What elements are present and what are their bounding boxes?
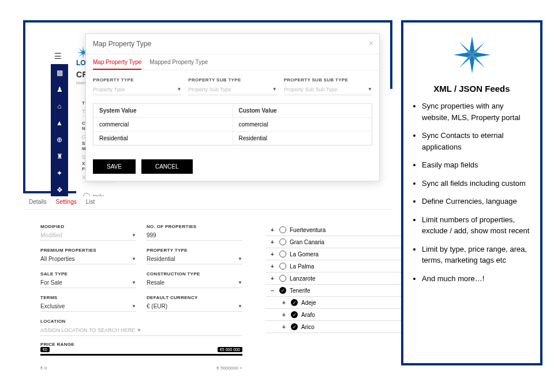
info-list-item: Sync properties with any website, MLS, P…: [422, 100, 532, 123]
unchecked-icon[interactable]: [279, 238, 286, 245]
ptype-label: PROPERTY TYPE: [147, 248, 242, 253]
sidebar-settings-icon[interactable]: ✦: [57, 169, 62, 177]
expand-icon[interactable]: +: [269, 263, 276, 270]
tree-label: Fuerteventura: [290, 227, 325, 233]
premium-select[interactable]: All Properties▼: [40, 254, 136, 264]
property-subsubtype-select[interactable]: Property Sub Sub Type▼: [284, 84, 372, 95]
info-list: Sync properties with any website, MLS, P…: [411, 100, 532, 284]
price-label: PRICE RANGE: [40, 342, 242, 347]
sidebar-user-icon[interactable]: ♟: [57, 85, 63, 94]
table-cell[interactable]: commercial: [233, 118, 372, 132]
tree-item[interactable]: –✓Tenerife: [265, 285, 401, 297]
tab-settings[interactable]: Settings: [56, 199, 77, 207]
sidebar-contact-icon[interactable]: ▲: [56, 119, 63, 127]
currency-label: DEFAULT CURRENCY: [147, 295, 242, 300]
svg-marker-3: [77, 52, 83, 53]
info-logo-icon: [449, 32, 495, 78]
tree-child-item[interactable]: +✓Adeje: [265, 297, 401, 309]
expand-icon[interactable]: +: [280, 324, 287, 330]
tree-label: Arico: [301, 324, 315, 330]
expand-icon[interactable]: +: [269, 251, 276, 257]
terms-select[interactable]: Exclusive▼: [40, 301, 136, 312]
tree-item[interactable]: +Fuerteventura: [265, 224, 401, 236]
hamburger-icon[interactable]: ☰: [54, 51, 62, 61]
expand-icon[interactable]: +: [280, 300, 287, 306]
table-cell[interactable]: Residential: [233, 132, 372, 145]
price-min-badge: €0: [40, 347, 50, 352]
currency-select[interactable]: € (EUR)▼: [147, 301, 242, 312]
save-button[interactable]: SAVE: [93, 159, 136, 174]
tab-details[interactable]: Details: [29, 199, 47, 207]
checked-icon[interactable]: ✓: [279, 287, 286, 294]
tree-item[interactable]: +La Gomera: [265, 248, 401, 260]
property-type-label: PROPERTY TYPE: [93, 77, 181, 83]
svg-marker-6: [78, 53, 83, 57]
info-list-item: Limit by type, price range, area, terms,…: [422, 244, 532, 266]
sidebar-globe-icon[interactable]: ⊕: [57, 136, 62, 144]
svg-marker-0: [83, 46, 84, 53]
tab-list[interactable]: List: [86, 199, 95, 207]
value-table: System Value Custom Value commercial com…: [93, 103, 372, 145]
info-list-item: Sync Contacts to eternal applications: [422, 130, 532, 152]
svg-marker-7: [78, 48, 83, 53]
tree-label: Tenerife: [290, 288, 310, 294]
info-list-item: And much more…!: [422, 273, 532, 285]
sidebar-home-icon[interactable]: ⌂: [57, 102, 61, 110]
price-slider[interactable]: €0 €5 000 000: [40, 349, 242, 361]
tree-label: Adeje: [301, 300, 316, 306]
checked-icon[interactable]: ✓: [291, 311, 298, 318]
terms-label: TERMS: [40, 295, 136, 300]
sidebar-dashboard-icon[interactable]: ▦: [57, 69, 63, 77]
tree-item[interactable]: +La Palma: [265, 260, 401, 272]
table-cell: Residential: [93, 132, 233, 145]
price-max-badge: €5 000 000: [218, 347, 242, 352]
sidebar-tag-icon[interactable]: ❖: [57, 186, 63, 194]
info-list-item: Define Currencies, language: [422, 196, 532, 207]
modal-title: Map Property Type: [93, 40, 151, 48]
unchecked-icon[interactable]: [279, 275, 286, 282]
sidebar: ▦ ♟ ⌂ ▲ ⊕ ♜ ✦ ❖: [51, 64, 68, 211]
bottom-panel: Details Settings List MODIFIED Modified▼…: [23, 196, 392, 369]
close-icon[interactable]: ×: [369, 39, 373, 48]
unchecked-icon[interactable]: [279, 251, 286, 257]
property-subtype-select[interactable]: Property Sub Type▼: [188, 84, 276, 95]
expand-icon[interactable]: +: [269, 239, 276, 245]
unchecked-icon[interactable]: [279, 226, 286, 233]
tree-item[interactable]: +Lanzarote: [265, 272, 401, 285]
tab-map-property-type[interactable]: Map Property Type: [93, 59, 141, 70]
construct-select[interactable]: Resale▼: [147, 278, 242, 288]
expand-icon[interactable]: +: [280, 312, 287, 318]
tree-item[interactable]: +Gran Canaria: [265, 236, 401, 248]
property-subsubtype-label: PROPERTY SUB SUB TYPE: [284, 77, 372, 83]
construct-label: CONSTRUCTION TYPE: [147, 271, 242, 277]
expand-icon[interactable]: +: [269, 275, 276, 282]
tree-label: Arafo: [301, 312, 315, 318]
numprops-label: NO. OF PROPERTIES: [147, 224, 242, 229]
expand-icon[interactable]: +: [269, 227, 276, 233]
sidebar-admin-icon[interactable]: ♜: [57, 152, 63, 160]
map-property-modal: Map Property Type × Map Property Type Ma…: [85, 33, 380, 181]
unchecked-icon[interactable]: [279, 263, 286, 270]
tab-mapped-property-type[interactable]: Mapped Property Type: [149, 59, 208, 70]
info-list-item: Sync all fields including custom: [422, 178, 532, 189]
property-type-select[interactable]: Property Type▼: [93, 84, 181, 95]
ptype-select[interactable]: Residential▼: [147, 254, 242, 264]
collapse-icon[interactable]: –: [269, 288, 276, 294]
checked-icon[interactable]: ✓: [291, 299, 298, 306]
modified-label: MODIFIED: [40, 224, 136, 229]
checked-icon[interactable]: ✓: [291, 323, 298, 330]
tree-label: Lanzarote: [290, 275, 315, 282]
tree-child-item[interactable]: +✓Arafo: [265, 309, 401, 321]
price-min-text: € 0: [40, 365, 47, 371]
system-value-header: System Value: [93, 104, 233, 118]
info-list-item: Limit numbers of properties, exclude / a…: [422, 214, 532, 237]
location-tree: +Fuerteventura+Gran Canaria+La Gomera+La…: [265, 224, 401, 333]
location-input[interactable]: ASSIGN LOCATION TO SEARCH HERE ▼: [40, 325, 242, 336]
modified-select[interactable]: Modified▼: [40, 230, 136, 241]
numprops-input[interactable]: 999: [147, 230, 242, 241]
svg-marker-2: [83, 53, 84, 59]
saletype-label: SALE TYPE: [40, 271, 136, 277]
tree-child-item[interactable]: +✓Arico: [265, 321, 401, 333]
cancel-button[interactable]: CANCEL: [141, 159, 193, 174]
saletype-select[interactable]: For Sale▼: [40, 278, 136, 288]
